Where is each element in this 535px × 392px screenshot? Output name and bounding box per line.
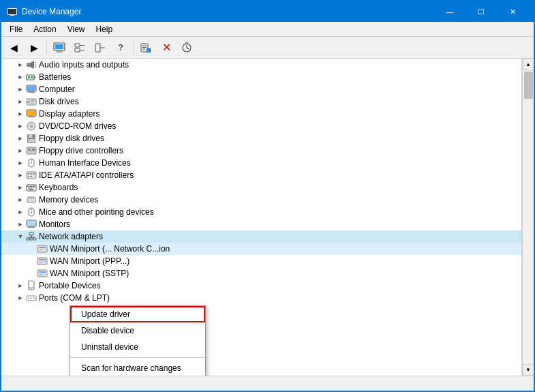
svg-rect-84 — [28, 227, 35, 228]
icon-hid — [26, 157, 37, 168]
expand-disk[interactable]: ► — [15, 96, 26, 107]
expand-network[interactable]: ▼ — [15, 231, 26, 242]
menu-help[interactable]: Help — [91, 23, 119, 35]
label-computer: Computer — [39, 85, 75, 94]
tree-item-wan2[interactable]: ► WAN Miniport (PPP...) — [1, 255, 521, 267]
svg-point-106 — [33, 298, 35, 299]
expand-audio[interactable]: ► — [15, 59, 26, 70]
menu-file[interactable]: File — [4, 23, 28, 35]
device-manager-window: Device Manager — ☐ ✕ File Action View He… — [0, 0, 535, 392]
svg-rect-72 — [33, 187, 34, 189]
tree-item-display[interactable]: ► Display adapters — [1, 108, 521, 120]
svg-rect-74 — [27, 198, 35, 202]
svg-marker-21 — [30, 61, 34, 69]
svg-rect-82 — [27, 221, 35, 226]
expand-floppy-disk[interactable]: ► — [15, 133, 26, 144]
toolbar-scan[interactable] — [177, 39, 196, 57]
svg-rect-60 — [28, 176, 29, 177]
tree-item-memory[interactable]: ► Memory devices — [1, 194, 521, 206]
toolbar-collapse[interactable] — [91, 39, 110, 57]
tree-item-network[interactable]: ▼ Network adapters — [1, 230, 521, 243]
tree-item-disk[interactable]: ► Disk drives — [1, 95, 521, 108]
svg-rect-69 — [28, 187, 29, 189]
toolbar-dm-icon[interactable] — [50, 39, 69, 57]
menu-view[interactable]: View — [62, 23, 91, 35]
expand-dvd[interactable]: ► — [15, 121, 26, 132]
icon-mice — [26, 207, 37, 217]
expand-floppy-ctrl[interactable]: ► — [15, 145, 26, 156]
ctx-update-driver[interactable]: Update driver — [70, 306, 205, 322]
toolbar-help[interactable]: ? — [111, 39, 130, 57]
toolbar-forward[interactable]: ▶ — [25, 39, 44, 57]
tree-item-mice[interactable]: ► Mice and other pointing devices — [1, 206, 521, 218]
label-network: Network adapters — [39, 232, 103, 241]
ctx-scan-hardware[interactable]: Scan for hardware changes — [70, 360, 205, 376]
svg-rect-51 — [32, 149, 35, 151]
ctx-uninstall-device[interactable]: Uninstall device — [70, 339, 205, 355]
toolbar-properties[interactable]: i — [136, 39, 155, 57]
expand-portable[interactable]: ► — [15, 280, 26, 291]
svg-rect-28 — [34, 76, 35, 78]
tree-item-portable[interactable]: ► Portable Devices — [1, 280, 521, 292]
tree-item-floppy-disk[interactable]: ► Floppy disk drives — [1, 132, 521, 145]
tree-item-computer[interactable]: ► Computer — [1, 83, 521, 95]
ctx-sep1 — [70, 357, 205, 358]
icon-audio — [26, 59, 37, 70]
expand-memory[interactable]: ► — [15, 194, 26, 205]
tree-item-floppy-ctrl[interactable]: ► Floppy drive controllers — [1, 145, 521, 157]
device-tree[interactable]: ► Audio inputs and outputs ► Batteries ► — [1, 59, 522, 376]
toolbar-back[interactable]: ◀ — [4, 39, 23, 57]
toolbar-expand[interactable] — [70, 39, 89, 57]
icon-floppy-disk — [26, 133, 37, 144]
expand-hid[interactable]: ► — [15, 157, 26, 168]
svg-point-44 — [31, 125, 32, 127]
svg-rect-94 — [37, 258, 47, 265]
expand-ide[interactable]: ► — [15, 170, 26, 181]
svg-rect-57 — [28, 173, 29, 175]
svg-rect-26 — [28, 76, 30, 78]
scrollbar[interactable]: ▲ ▼ — [522, 59, 534, 376]
scrollbar-thumb[interactable] — [524, 72, 533, 99]
toolbar-uninstall[interactable]: ✕ — [157, 39, 176, 57]
scroll-up[interactable]: ▲ — [523, 59, 534, 70]
expand-mice[interactable]: ► — [15, 207, 26, 217]
svg-rect-88 — [33, 238, 36, 240]
tree-item-ide[interactable]: ► IDE ATA/ATAPI controllers — [1, 169, 521, 181]
menu-action[interactable]: Action — [28, 23, 61, 35]
ctx-disable-device[interactable]: Disable device — [70, 322, 205, 339]
svg-rect-76 — [31, 196, 32, 198]
svg-rect-41 — [28, 117, 35, 117]
close-button[interactable]: ✕ — [497, 1, 528, 22]
label-floppy-disk: Floppy disk drives — [39, 134, 104, 143]
expand-monitors[interactable]: ► — [15, 219, 26, 230]
tree-item-monitors[interactable]: ► Monitors — [1, 218, 521, 230]
title-bar: Device Manager — ☐ ✕ — [1, 1, 534, 22]
label-monitors: Monitors — [39, 220, 70, 229]
expand-display[interactable]: ► — [15, 108, 26, 119]
svg-rect-92 — [39, 247, 46, 248]
tree-item-hid[interactable]: ► Human Interface Devices — [1, 157, 521, 169]
svg-rect-40 — [29, 116, 33, 117]
expand-computer[interactable]: ► — [15, 84, 26, 95]
icon-batteries — [26, 72, 37, 82]
icon-ide — [26, 170, 37, 181]
label-audio: Audio inputs and outputs — [39, 60, 129, 70]
expand-ports[interactable]: ► — [15, 292, 26, 303]
tree-item-batteries[interactable]: ► Batteries — [1, 71, 521, 83]
tree-item-dvd[interactable]: ► DVD/CD-ROM drives — [1, 120, 521, 132]
minimize-button[interactable]: — — [434, 1, 465, 22]
tree-item-audio[interactable]: ► Audio inputs and outputs — [1, 59, 521, 71]
svg-rect-77 — [33, 196, 34, 198]
expand-keyboards[interactable]: ► — [15, 182, 26, 193]
toolbar: ◀ ▶ ? — [1, 37, 534, 59]
svg-rect-37 — [31, 103, 33, 104]
maximize-button[interactable]: ☐ — [465, 1, 497, 22]
tree-item-keyboards[interactable]: ► Keyboards — [1, 181, 521, 194]
tree-item-wan3[interactable]: ► WAN Miniport (SSTP) — [1, 267, 521, 280]
label-wan2: WAN Miniport (PPP...) — [50, 256, 129, 266]
expand-batteries[interactable]: ► — [15, 72, 26, 82]
tree-item-ports[interactable]: ► Ports (COM & LPT) — [1, 292, 521, 304]
svg-rect-63 — [27, 186, 29, 187]
scroll-down[interactable]: ▼ — [523, 364, 534, 376]
tree-item-wan1[interactable]: ► WAN Miniport (... Network C...ion — [1, 243, 521, 255]
